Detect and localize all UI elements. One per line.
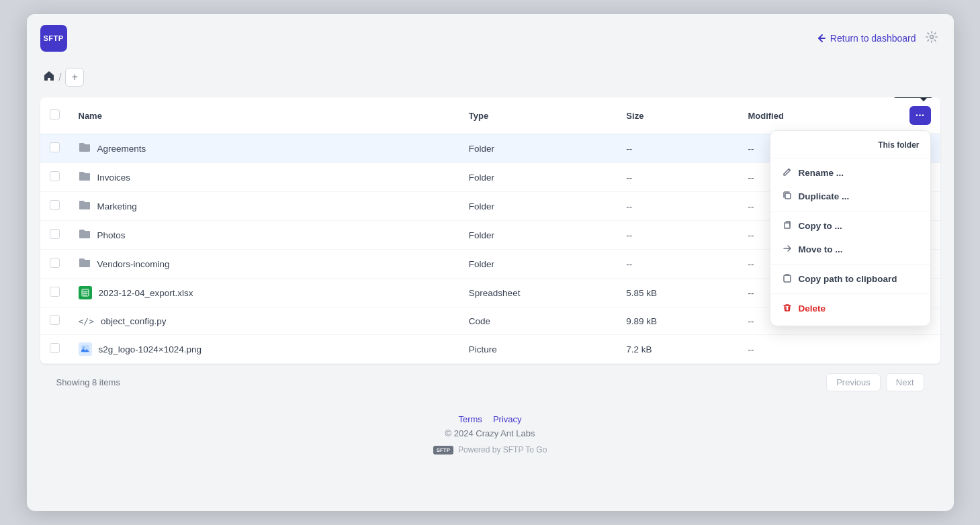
main-window: SFTP Return to dashboard / <box>27 14 954 511</box>
row-checkbox[interactable] <box>50 171 60 181</box>
file-name: Invoices <box>97 173 131 183</box>
row-name-cell: Vendors-incoming <box>69 250 459 279</box>
terms-link[interactable]: Terms <box>458 414 482 424</box>
row-size-cell: -- <box>617 250 738 279</box>
row-checkbox-cell <box>40 250 69 279</box>
row-type-cell: Spreadsheet <box>459 279 617 307</box>
header-name: Name <box>69 97 459 134</box>
row-checkbox-cell <box>40 192 69 221</box>
header-size: Size <box>617 97 738 134</box>
file-name: s2g_logo-1024×1024.png <box>99 344 202 354</box>
previous-page-button[interactable]: Previous <box>826 373 881 391</box>
row-modified-cell: -- <box>738 335 878 364</box>
context-menu-divider-4 <box>770 293 930 294</box>
row-checkbox[interactable] <box>50 287 60 297</box>
svg-point-5 <box>83 346 84 348</box>
breadcrumb-home-icon[interactable] <box>43 70 55 85</box>
settings-icon[interactable] <box>926 31 938 46</box>
row-actions-cell <box>878 335 940 364</box>
table-header-row: Name Type Size Modified Actions ··· Th <box>40 97 940 134</box>
row-type-cell: Folder <box>459 192 617 221</box>
row-checkbox[interactable] <box>50 142 60 152</box>
return-to-dashboard-button[interactable]: Return to dashboard <box>815 33 916 44</box>
svg-rect-4 <box>81 345 89 353</box>
table-footer: Showing 8 items Previous Next <box>40 364 940 401</box>
row-size-cell: -- <box>617 134 738 163</box>
showing-count: Showing 8 items <box>56 377 120 387</box>
breadcrumb: / + <box>27 62 954 97</box>
file-name: Vendors-incoming <box>97 259 170 269</box>
header-actions: Actions ··· This folder <box>878 97 940 134</box>
row-size-cell: -- <box>617 192 738 221</box>
context-menu-divider-3 <box>770 264 930 265</box>
row-type-cell: Folder <box>459 221 617 250</box>
row-checkbox[interactable] <box>50 315 60 325</box>
table-row: s2g_logo-1024×1024.png Picture 7.2 kB -- <box>40 335 940 364</box>
code-icon: </> <box>79 316 94 326</box>
file-name: object_config.py <box>101 316 167 326</box>
context-menu-move-to[interactable]: Move to ... <box>770 238 930 261</box>
row-checkbox-cell <box>40 335 69 364</box>
return-icon <box>815 33 826 44</box>
row-size-cell: 7.2 kB <box>617 335 738 364</box>
context-menu-divider-1 <box>770 158 930 158</box>
privacy-link[interactable]: Privacy <box>493 414 522 424</box>
folder-icon <box>79 228 91 242</box>
breadcrumb-add-button[interactable]: + <box>65 68 84 87</box>
select-all-cell <box>40 97 69 134</box>
row-checkbox[interactable] <box>50 343 60 353</box>
footer-links: Terms Privacy <box>27 414 954 424</box>
sftp-badge: SFTP <box>433 446 453 455</box>
app-logo: SFTP <box>40 25 67 52</box>
row-type-cell: Picture <box>459 335 617 364</box>
header-type: Type <box>459 97 617 134</box>
row-name-cell: s2g_logo-1024×1024.png <box>69 335 459 364</box>
folder-icon <box>79 142 91 155</box>
row-checkbox[interactable] <box>50 258 60 268</box>
delete-icon <box>781 303 792 314</box>
top-bar: SFTP Return to dashboard <box>27 14 954 62</box>
row-type-cell: Folder <box>459 163 617 192</box>
context-menu-delete[interactable]: Delete <box>770 297 930 320</box>
svg-rect-1 <box>785 193 791 199</box>
file-name: Marketing <box>97 201 137 211</box>
copy-to-icon <box>781 220 792 232</box>
file-table: Name Type Size Modified Actions ··· Th <box>40 97 940 364</box>
file-name: Agreements <box>97 144 146 154</box>
row-size-cell: 9.89 kB <box>617 307 738 335</box>
file-name: 2023-12-04_export.xlsx <box>99 288 193 298</box>
header-modified: Modified <box>738 97 878 134</box>
row-size-cell: -- <box>617 163 738 192</box>
next-page-button[interactable]: Next <box>886 373 924 391</box>
row-checkbox-cell <box>40 279 69 307</box>
clipboard-icon <box>781 273 792 285</box>
row-name-cell: Marketing <box>69 192 459 221</box>
context-menu: This folder Rename ... <box>770 130 931 326</box>
folder-icon <box>79 199 91 213</box>
row-checkbox-cell <box>40 307 69 335</box>
folder-icon <box>79 171 91 184</box>
context-menu-rename[interactable]: Rename ... <box>770 161 930 185</box>
top-right-controls: Return to dashboard <box>815 31 938 46</box>
main-content: Name Type Size Modified Actions ··· Th <box>27 97 954 401</box>
row-type-cell: Folder <box>459 134 617 163</box>
row-checkbox[interactable] <box>50 229 60 239</box>
row-checkbox[interactable] <box>50 200 60 210</box>
row-name-cell: Agreements <box>69 134 459 163</box>
context-menu-divider-2 <box>770 211 930 211</box>
row-name-cell: Invoices <box>69 163 459 192</box>
file-name: Photos <box>97 230 126 240</box>
footer-copyright: © 2024 Crazy Ant Labs <box>27 428 954 438</box>
context-menu-copy-path[interactable]: Copy path to clipboard <box>770 267 930 291</box>
select-all-checkbox[interactable] <box>50 109 60 120</box>
row-checkbox-cell <box>40 134 69 163</box>
actions-button[interactable]: Actions ··· <box>909 106 931 125</box>
rename-icon <box>781 167 792 179</box>
move-to-icon <box>781 244 792 255</box>
svg-point-0 <box>930 36 933 39</box>
context-menu-copy-to[interactable]: Copy to ... <box>770 214 930 238</box>
context-menu-title: This folder <box>770 136 930 155</box>
pagination: Previous Next <box>826 373 924 391</box>
context-menu-duplicate[interactable]: Duplicate ... <box>770 185 930 208</box>
duplicate-icon <box>781 191 792 202</box>
